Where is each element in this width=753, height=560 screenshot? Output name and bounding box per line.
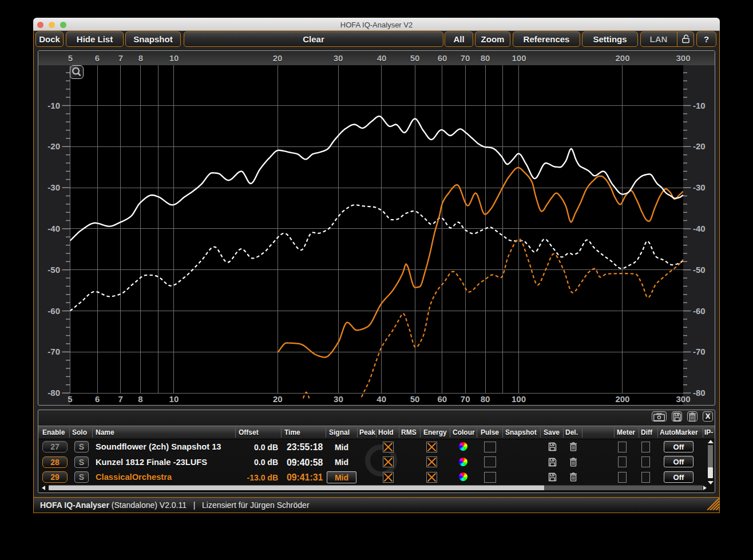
svg-text:100: 100 bbox=[512, 394, 526, 404]
svg-text:200: 200 bbox=[615, 394, 629, 404]
svg-text:70: 70 bbox=[461, 394, 470, 404]
svg-text:40: 40 bbox=[376, 394, 386, 404]
svg-text:-10: -10 bbox=[693, 101, 706, 110]
svg-text:-80: -80 bbox=[693, 388, 706, 398]
svg-text:-40: -40 bbox=[47, 224, 60, 233]
svg-text:10: 10 bbox=[169, 394, 179, 404]
svg-text:-10: -10 bbox=[47, 101, 60, 110]
svg-text:-60: -60 bbox=[693, 306, 706, 316]
svg-text:-50: -50 bbox=[47, 265, 60, 275]
svg-text:-70: -70 bbox=[47, 347, 60, 356]
svg-text:80: 80 bbox=[481, 394, 490, 404]
svg-text:-60: -60 bbox=[47, 306, 60, 316]
svg-text:6: 6 bbox=[95, 394, 100, 404]
svg-text:-20: -20 bbox=[693, 141, 706, 151]
svg-text:20: 20 bbox=[273, 394, 283, 404]
svg-text:30: 30 bbox=[334, 394, 343, 404]
svg-text:5: 5 bbox=[68, 394, 72, 404]
svg-text:-30: -30 bbox=[693, 182, 706, 192]
svg-text:-30: -30 bbox=[47, 182, 60, 192]
svg-text:7: 7 bbox=[118, 394, 122, 404]
svg-text:8: 8 bbox=[138, 394, 142, 404]
svg-text:-50: -50 bbox=[693, 265, 706, 275]
svg-text:300: 300 bbox=[676, 394, 690, 404]
svg-text:-70: -70 bbox=[693, 347, 706, 356]
svg-text:50: 50 bbox=[410, 394, 420, 404]
svg-text:-40: -40 bbox=[693, 224, 706, 233]
svg-text:-80: -80 bbox=[47, 388, 60, 398]
svg-text:-20: -20 bbox=[47, 141, 60, 151]
svg-text:60: 60 bbox=[437, 394, 447, 404]
